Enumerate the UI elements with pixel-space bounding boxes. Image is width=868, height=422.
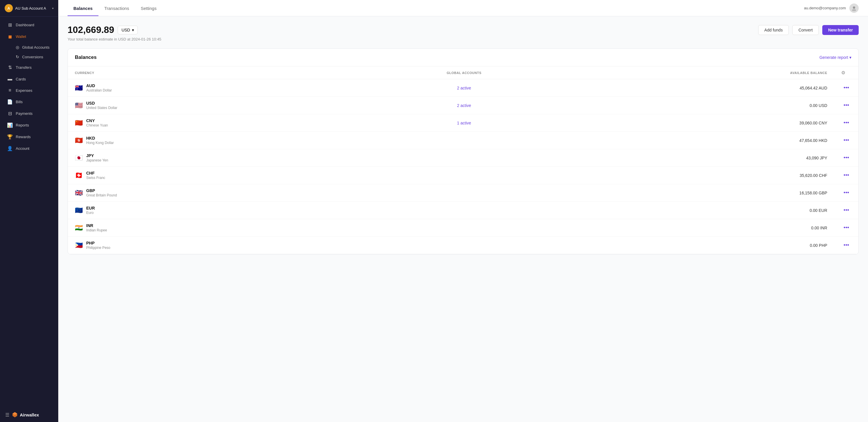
currency-code-JPY: JPY — [86, 153, 108, 158]
reports-icon: 📊 — [7, 122, 13, 128]
dashboard-icon: ⊞ — [7, 22, 13, 28]
more-actions-button-CNY[interactable]: ••• — [841, 119, 851, 127]
new-transfer-button[interactable]: New transfer — [822, 25, 859, 35]
payments-icon: ⊟ — [7, 111, 13, 116]
sidebar-item-expenses[interactable]: ≡ Expenses — [2, 85, 57, 96]
col-global-accounts: GLOBAL ACCOUNTS — [345, 66, 584, 79]
sidebar-item-wallet[interactable]: ◼ Wallet — [2, 31, 57, 42]
more-actions-button-HKD[interactable]: ••• — [841, 136, 851, 145]
avatar — [849, 3, 859, 13]
sidebar-item-label: Wallet — [16, 34, 26, 39]
currency-cell-INR: 🇮🇳 INR Indian Rupee — [68, 219, 345, 237]
sidebar-nav: ⊞ Dashboard ◼ Wallet ◎ Global Accounts ↻… — [0, 17, 58, 408]
actions-cell-USD: ••• — [834, 97, 858, 114]
currency-selector[interactable]: USD ▾ — [118, 26, 138, 34]
sidebar-item-transfers[interactable]: ⇅ Transfers — [2, 62, 57, 73]
more-actions-button-GBP[interactable]: ••• — [841, 188, 851, 197]
table-row: 🇺🇸 USD United States Dollar 2 active 0.0… — [68, 97, 858, 114]
actions-cell-EUR: ••• — [834, 202, 858, 219]
balance-value-HKD: 47,654.00 HKD — [584, 132, 834, 149]
airwallex-logo: Airwallex — [12, 412, 39, 418]
transfers-icon: ⇅ — [7, 65, 13, 70]
flag-EUR: 🇪🇺 — [75, 207, 83, 214]
sidebar-item-reports[interactable]: 📊 Reports — [2, 120, 57, 131]
global-accounts-link-USD[interactable]: 2 active — [457, 103, 471, 108]
sidebar-item-label: Global Accounts — [22, 45, 50, 50]
flag-HKD: 🇭🇰 — [75, 137, 83, 144]
more-actions-button-INR[interactable]: ••• — [841, 223, 851, 232]
sidebar-item-global-accounts[interactable]: ◎ Global Accounts — [2, 42, 57, 52]
balance-section: 102,669.89 USD ▾ Add funds Convert New t… — [68, 25, 859, 35]
flag-AUD: 🇦🇺 — [75, 84, 83, 92]
convert-button[interactable]: Convert — [792, 25, 819, 35]
currency-code-EUR: EUR — [86, 206, 95, 210]
actions-cell-GBP: ••• — [834, 184, 858, 202]
balance-amount: 102,669.89 — [68, 25, 114, 35]
balances-card: Balances Generate report ▾ CURRENCY GLOB… — [68, 49, 859, 254]
currency-cell-AUD: 🇦🇺 AUD Australian Dollar — [68, 79, 345, 97]
tab-transactions[interactable]: Transactions — [98, 1, 135, 16]
flag-INR: 🇮🇳 — [75, 224, 83, 232]
main-content: Balances Transactions Settings au.demo@c… — [58, 0, 868, 422]
sidebar-item-payments[interactable]: ⊟ Payments — [2, 108, 57, 119]
currency-name-HKD: Hong Kong Dollar — [86, 141, 114, 145]
airwallex-logo-icon — [12, 412, 18, 418]
sidebar-item-label: Expenses — [16, 88, 32, 93]
header-right: au.demo@company.com — [804, 3, 859, 13]
cards-icon: ▬ — [7, 77, 13, 82]
sidebar-item-conversions[interactable]: ↻ Conversions — [2, 52, 57, 61]
actions-cell-AUD: ••• — [834, 79, 858, 97]
more-actions-button-JPY[interactable]: ••• — [841, 154, 851, 162]
global-accounts-cell-AUD: 2 active — [345, 79, 584, 97]
sidebar-item-dashboard[interactable]: ⊞ Dashboard — [2, 19, 57, 31]
sidebar-item-bills[interactable]: 📄 Bills — [2, 96, 57, 108]
column-settings-button[interactable]: ⚙ — [841, 70, 845, 76]
global-accounts-link-CNY[interactable]: 1 active — [457, 121, 471, 125]
sidebar-item-label: Transfers — [16, 65, 31, 70]
actions-cell-CNY: ••• — [834, 114, 858, 132]
more-actions-button-PHP[interactable]: ••• — [841, 241, 851, 249]
currency-code-USD: USD — [86, 101, 117, 106]
actions-cell-JPY: ••• — [834, 149, 858, 167]
currency-cell-CHF: 🇨🇭 CHF Swiss Franc — [68, 167, 345, 184]
currency-name-AUD: Australian Dollar — [86, 88, 112, 92]
sidebar-item-cards[interactable]: ▬ Cards — [2, 73, 57, 85]
balances-card-header: Balances Generate report ▾ — [68, 49, 858, 66]
generate-report-label: Generate report — [819, 55, 848, 60]
account-selector[interactable]: A AU Sub Account A ▾ — [0, 0, 58, 17]
flag-PHP: 🇵🇭 — [75, 242, 83, 249]
svg-point-1 — [852, 9, 856, 11]
more-actions-button-CHF[interactable]: ••• — [841, 171, 851, 180]
balance-table-body: 🇦🇺 AUD Australian Dollar 2 active 45,064… — [68, 79, 858, 254]
more-actions-button-EUR[interactable]: ••• — [841, 206, 851, 214]
hamburger-icon[interactable]: ☰ — [5, 412, 9, 418]
tab-balances[interactable]: Balances — [68, 1, 98, 16]
flag-GBP: 🇬🇧 — [75, 189, 83, 197]
sidebar-item-account[interactable]: 👤 Account — [2, 143, 57, 154]
sidebar-item-label: Cards — [16, 77, 26, 81]
currency-cell-GBP: 🇬🇧 GBP Great Britain Pound — [68, 184, 345, 202]
rewards-icon: 🏆 — [7, 134, 13, 140]
table-row: 🇭🇰 HKD Hong Kong Dollar 47,654.00 HKD ••… — [68, 132, 858, 149]
tab-settings[interactable]: Settings — [135, 1, 162, 16]
add-funds-button[interactable]: Add funds — [758, 25, 789, 35]
actions-cell-PHP: ••• — [834, 237, 858, 254]
currency-name-PHP: Philippine Peso — [86, 246, 111, 250]
currency-code-INR: INR — [86, 223, 107, 228]
balance-value-USD: 0.00 USD — [584, 97, 834, 114]
tabs: Balances Transactions Settings — [68, 1, 162, 16]
global-accounts-cell-EUR — [345, 202, 584, 219]
user-email: au.demo@company.com — [804, 6, 846, 10]
table-row: 🇵🇭 PHP Philippine Peso 0.00 PHP ••• — [68, 237, 858, 254]
global-accounts-link-AUD[interactable]: 2 active — [457, 86, 471, 90]
table-row: 🇨🇳 CNY Chinese Yuan 1 active 39,060.00 C… — [68, 114, 858, 132]
sidebar-item-label: Reports — [16, 123, 29, 127]
more-actions-button-AUD[interactable]: ••• — [841, 84, 851, 92]
balance-actions: Add funds Convert New transfer — [758, 25, 859, 35]
sidebar-item-rewards[interactable]: 🏆 Rewards — [2, 131, 57, 143]
flag-CHF: 🇨🇭 — [75, 172, 83, 179]
actions-cell-CHF: ••• — [834, 167, 858, 184]
generate-report-button[interactable]: Generate report ▾ — [819, 55, 851, 60]
table-row: 🇨🇭 CHF Swiss Franc 35,620.00 CHF ••• — [68, 167, 858, 184]
more-actions-button-USD[interactable]: ••• — [841, 101, 851, 110]
